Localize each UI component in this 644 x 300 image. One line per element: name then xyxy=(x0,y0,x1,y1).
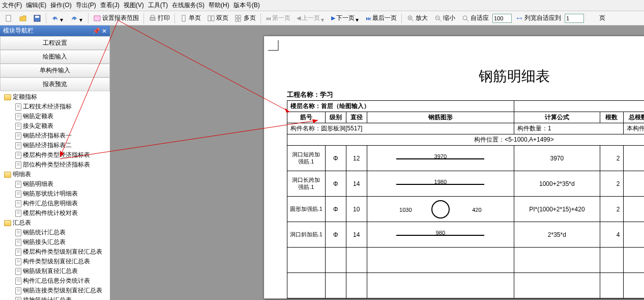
first-page-button[interactable]: ⏮第一页 xyxy=(263,12,293,24)
tree-label: 接头定额表 xyxy=(23,122,53,130)
prev-page-button[interactable]: ◀上一页▾ xyxy=(294,12,328,24)
tree-label: 楼层构件统计校对表 xyxy=(23,209,78,217)
print-button[interactable]: 打印 xyxy=(146,12,172,24)
tree-item[interactable]: 措施筋统计汇总表 xyxy=(0,295,110,300)
file-icon xyxy=(15,258,21,265)
tree-label: 钢筋明细表 xyxy=(23,180,53,188)
new-button[interactable] xyxy=(2,13,15,24)
toolbar-separator xyxy=(174,13,175,23)
tree-item[interactable]: 楼层构件统计校对表 xyxy=(0,208,110,218)
tree-item[interactable]: 钢筋形状统计明细表 xyxy=(0,189,110,199)
menu-edit[interactable]: 编辑(E) xyxy=(26,1,46,10)
sidebar-btn-project[interactable]: 工程设置 xyxy=(0,36,110,50)
svg-rect-0 xyxy=(6,15,11,21)
zoom-in-button[interactable]: 放大 xyxy=(404,12,430,24)
report-title: 钢筋明细表 xyxy=(287,67,644,86)
tree-item[interactable]: 构件汇总信息分类统计表 xyxy=(0,276,110,286)
multi-page-button[interactable]: 多页 xyxy=(232,12,258,24)
tree-item[interactable]: 钢筋接头汇总表 xyxy=(0,237,110,247)
tree-label: 构件汇总信息分类统计表 xyxy=(23,277,90,285)
tree-item[interactable]: 构件汇总信息明细表 xyxy=(0,199,110,208)
set-range-button[interactable]: 设置报表范围 xyxy=(91,12,141,24)
tree-item[interactable]: 钢筋经济指标表一 xyxy=(0,131,110,141)
menu-export[interactable]: 导出(P) xyxy=(76,1,96,10)
svg-rect-3 xyxy=(94,16,100,21)
zoom-input[interactable] xyxy=(492,14,512,23)
tree-item[interactable]: 楼层构件类型级别直径汇总表 xyxy=(0,247,110,257)
single-page-button[interactable]: 单页 xyxy=(177,12,203,24)
tree-item[interactable]: 钢筋定额表 xyxy=(0,112,110,121)
tree-label: 钢筋形状统计明细表 xyxy=(23,189,78,198)
open-button[interactable] xyxy=(16,13,30,24)
empty-row xyxy=(287,273,645,298)
svg-rect-7 xyxy=(208,16,211,21)
col-fit-button[interactable]: 列宽自适应到 xyxy=(513,12,564,24)
tree-item[interactable]: 部位构件类型经济指标表 xyxy=(0,160,110,170)
total-cell: 钢筋总重：25.817Kg xyxy=(514,101,644,112)
tree-label: 定额指标 xyxy=(13,93,37,101)
menu-version[interactable]: 版本号(B) xyxy=(233,1,260,10)
pin-icon[interactable]: 📌 ✕ xyxy=(93,28,107,35)
svg-rect-5 xyxy=(151,15,154,17)
file-icon xyxy=(15,287,21,294)
svg-rect-10 xyxy=(239,15,241,18)
svg-point-15 xyxy=(463,16,467,20)
nav-tree: 定额指标工程技术经济指标钢筋定额表接头定额表钢筋经济指标表一钢筋经济指标表二楼层… xyxy=(0,91,110,300)
tree-item[interactable]: 钢筋连接类型级别直径汇总表 xyxy=(0,286,110,295)
tree-label: 部位构件类型经济指标表 xyxy=(23,160,90,169)
tree-label: 钢筋定额表 xyxy=(23,112,53,121)
file-icon xyxy=(15,249,21,256)
zoom-out-button[interactable]: 缩小 xyxy=(431,12,458,24)
tree-item[interactable]: 工程技术经济指标 xyxy=(0,102,110,112)
tree-label: 明细表 xyxy=(13,170,31,179)
menu-bar: 文件(F) 编辑(E) 操作(O) 导出(P) 查看(J) 视图(V) 工具(T… xyxy=(0,0,644,11)
tree-folder[interactable]: 定额指标 xyxy=(0,92,110,102)
folder-icon xyxy=(4,172,11,178)
file-icon xyxy=(15,190,21,198)
undo-button[interactable]: ▾ xyxy=(48,13,67,24)
toolbar-separator xyxy=(46,13,46,23)
menu-view2[interactable]: 视图(V) xyxy=(124,1,144,10)
menu-help[interactable]: 帮助(H) xyxy=(209,1,229,10)
preview-area[interactable]: 钢筋明细表 工程名称：学习 编制日期：2014-09-19 楼层名称：首层（绘图… xyxy=(111,25,644,300)
tree-item[interactable]: 钢筋级别直径汇总表 xyxy=(0,266,110,276)
tree-item[interactable]: 钢筋明细表 xyxy=(0,179,110,189)
tree-label: 钢筋经济指标表一 xyxy=(23,131,72,140)
sidebar-btn-draw[interactable]: 绘图输入 xyxy=(0,50,110,64)
save-button[interactable] xyxy=(31,13,44,24)
col-input[interactable] xyxy=(565,14,584,23)
tree-label: 构件汇总信息明细表 xyxy=(23,199,78,208)
tree-label: 钢筋级别直径汇总表 xyxy=(23,267,78,276)
redo-button[interactable]: ▾ xyxy=(68,13,86,24)
menu-operate[interactable]: 操作(O) xyxy=(50,1,71,10)
tree-item[interactable]: 楼层构件类型经济指标表 xyxy=(0,150,110,160)
tree-folder[interactable]: 明细表 xyxy=(0,170,110,179)
next-page-button[interactable]: ▶下一页▾ xyxy=(329,12,362,24)
sidebar-btn-report[interactable]: 报表预览 xyxy=(0,77,110,91)
data-row: 洞口长跨加强筋.1Φ1419801000+2*35*d221.983.964.7… xyxy=(287,171,645,197)
fit-button[interactable]: 自适应 xyxy=(459,12,491,24)
menu-tools[interactable]: 工具(T) xyxy=(148,1,168,10)
svg-rect-8 xyxy=(212,16,214,21)
page-unit-label: 页 xyxy=(599,14,605,22)
menu-view1[interactable]: 查看(J) xyxy=(100,1,120,10)
sidebar-title-text: 模块导航栏 xyxy=(3,26,34,35)
double-page-button[interactable]: 双页 xyxy=(204,12,231,24)
svg-rect-12 xyxy=(239,19,241,21)
tree-label: 钢筋统计汇总表 xyxy=(23,228,66,237)
menu-file[interactable]: 文件(F) xyxy=(2,1,22,10)
tree-folder[interactable]: 汇总表 xyxy=(0,218,110,228)
file-icon xyxy=(15,210,21,217)
tree-item[interactable]: 接头定额表 xyxy=(0,121,110,131)
tree-item[interactable]: 构件类型级别直径汇总表 xyxy=(0,257,110,266)
sidebar-btn-single[interactable]: 单构件输入 xyxy=(0,64,110,77)
last-page-button[interactable]: ⏭最后一页 xyxy=(363,12,399,24)
component-row: 构件名称：圆形板洞[5517] 构件数量：1 本构件钢筋重：25.817Kg xyxy=(287,123,645,134)
tree-item[interactable]: 钢筋统计汇总表 xyxy=(0,228,110,237)
menu-online[interactable]: 在线服务(S) xyxy=(172,1,204,10)
folder-icon xyxy=(4,220,11,226)
file-icon xyxy=(15,161,21,169)
tree-item[interactable]: 钢筋经济指标表二 xyxy=(0,141,110,150)
file-icon xyxy=(15,181,21,188)
svg-rect-11 xyxy=(236,19,238,21)
